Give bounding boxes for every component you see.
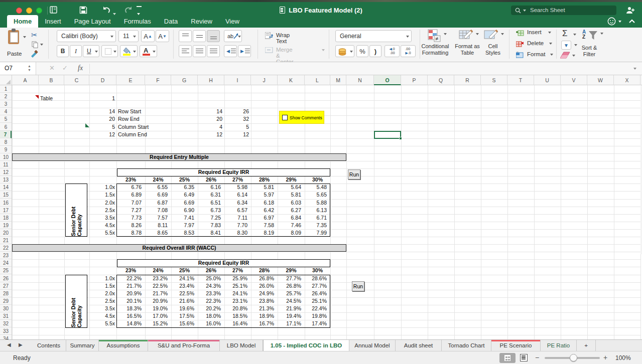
borders-button[interactable] (101, 45, 118, 57)
param-check1[interactable]: 14 (198, 108, 222, 115)
show-comments-checkbox[interactable] (282, 115, 288, 120)
smiley-icon[interactable] (607, 17, 616, 26)
column-header-P[interactable]: P (401, 75, 428, 85)
autosum-button[interactable]: Σ (562, 29, 568, 39)
column-header-H[interactable]: H (198, 75, 224, 85)
row-header-20[interactable]: 20 (0, 229, 12, 237)
param-value[interactable]: 20 (89, 115, 115, 123)
column-header-N[interactable]: N (346, 75, 374, 85)
paste-dropdown-caret[interactable] (23, 36, 26, 38)
row-header-24[interactable]: 24 (0, 259, 12, 267)
table2-matrix-header[interactable]: Required Equity IRR (117, 259, 330, 267)
cell-styles-button[interactable] (484, 29, 499, 42)
run-button-2[interactable]: Run (352, 281, 364, 291)
format-painter-icon[interactable] (30, 50, 38, 58)
ribbon-tab-view[interactable]: View (219, 15, 246, 28)
row-header-21[interactable]: 21 (0, 237, 12, 244)
row-header-27[interactable]: 27 (0, 282, 12, 290)
fill-handle[interactable] (399, 137, 402, 140)
sheet-tab-tornado-chart[interactable]: Tornado Chart (442, 340, 491, 351)
row-header-9[interactable]: 9 (0, 146, 12, 153)
sheet-nav-right-icon[interactable]: ▶ (19, 342, 23, 347)
search-sheet-input[interactable]: Search Sheet (511, 6, 616, 15)
align-bottom-button[interactable] (207, 30, 220, 42)
row-header-25[interactable]: 25 (0, 267, 12, 274)
section2-header[interactable]: Required Overall IRR (WACC) (12, 244, 346, 252)
row-header-5[interactable]: 5 (0, 115, 12, 123)
sheet-tab-contents[interactable]: Contents (32, 340, 66, 351)
increase-decimal-button[interactable]: ◀.0.00 (384, 45, 400, 57)
column-header-V[interactable]: V (561, 75, 587, 85)
align-top-button[interactable] (179, 30, 192, 42)
param-label[interactable]: Column Start (118, 123, 149, 131)
insert-cells-button[interactable]: Insert (516, 30, 524, 37)
sheet-tab-annual-model[interactable]: Annual Model (349, 340, 396, 351)
param-check2[interactable]: 12 (224, 131, 249, 138)
param-value[interactable]: 5 (89, 123, 115, 131)
italic-button[interactable]: I (70, 45, 82, 57)
column-header-L[interactable]: L (305, 75, 330, 85)
bold-button[interactable]: B (57, 45, 69, 57)
sheet-tab-pe-scenario[interactable]: PE Scenario (491, 340, 541, 351)
format-as-table-caret[interactable] (476, 33, 479, 35)
name-box[interactable]: O7 ▲▼ (0, 62, 36, 75)
ribbon-tab-insert[interactable]: Insert (38, 15, 68, 28)
row-header-26[interactable]: 26 (0, 275, 12, 282)
formula-bar-expand-caret[interactable] (633, 68, 636, 70)
align-left-button[interactable] (179, 45, 192, 57)
column-header-A[interactable]: A (12, 75, 39, 85)
row-header-10[interactable]: 10 (0, 153, 12, 161)
row-header-6[interactable]: 6 (0, 123, 12, 131)
column-header-I[interactable]: I (224, 75, 251, 85)
ribbon-tab-data[interactable]: Data (158, 15, 184, 28)
sheet-tab-audit-sheet[interactable]: Audit sheet (396, 340, 442, 351)
sheet-tab-summary[interactable]: Summary (66, 340, 99, 351)
table1-matrix-header[interactable]: Required Equity IRR (117, 168, 330, 176)
row-header-28[interactable]: 28 (0, 290, 12, 297)
row-header-33[interactable]: 33 (0, 327, 12, 335)
format-caret[interactable] (550, 54, 553, 56)
param-value[interactable]: 14 (89, 108, 115, 115)
row-header-8[interactable]: 8 (0, 138, 12, 146)
row-header-16[interactable]: 16 (0, 199, 12, 207)
orientation-button[interactable]: ab (224, 30, 242, 42)
row-header-17[interactable]: 17 (0, 207, 12, 214)
formula-input[interactable] (93, 62, 630, 75)
font-color-button[interactable]: A (140, 45, 157, 57)
param-check1[interactable]: 12 (198, 131, 222, 138)
run-button-1[interactable]: Run (348, 169, 360, 179)
cell-table-label[interactable]: Table (40, 95, 53, 102)
sheet-tab-pe-ratio[interactable]: PE Ratio (541, 340, 577, 351)
column-header-R[interactable]: R (454, 75, 481, 85)
autosum-caret[interactable] (573, 34, 576, 36)
conditional-formatting-caret[interactable] (444, 33, 447, 35)
font-color-caret[interactable] (153, 51, 156, 53)
column-header-Q[interactable]: Q (428, 75, 454, 85)
zoom-slider-thumb[interactable] (570, 354, 577, 361)
row-header-3[interactable]: 3 (0, 100, 12, 108)
normal-view-button[interactable] (499, 353, 516, 363)
sheet-tab-1-05-implied-coc-in-lbo[interactable]: 1.05 - Implied COC in LBO (263, 340, 349, 351)
currency-caret[interactable] (350, 51, 353, 53)
section1-header[interactable]: Required Entry Multiple (12, 153, 346, 161)
column-header-O[interactable]: O (374, 75, 401, 85)
row-header-30[interactable]: 30 (0, 305, 12, 312)
clear-button[interactable] (560, 52, 570, 59)
decrease-decimal-button[interactable]: .00▶.0 (401, 45, 416, 57)
column-header-W[interactable]: W (587, 75, 614, 85)
fill-button[interactable]: ▼ (561, 41, 571, 50)
delete-cells-button[interactable]: Delete (516, 41, 524, 48)
row-header-14[interactable]: 14 (0, 184, 12, 191)
font-name-select[interactable]: Calibri (Body) (57, 30, 116, 42)
sheet-tab-lbo-model[interactable]: LBO Model (220, 340, 263, 351)
column-header-F[interactable]: F (145, 75, 171, 85)
add-sheet-button[interactable]: + (577, 340, 596, 351)
align-middle-button[interactable] (193, 30, 206, 42)
font-size-select[interactable]: 11 (118, 30, 139, 42)
row-header-2[interactable]: 2 (0, 93, 12, 100)
collapse-ribbon-icon[interactable] (628, 19, 635, 24)
cell-styles-caret[interactable] (501, 33, 504, 35)
increase-indent-button[interactable]: ▶ (238, 45, 251, 57)
format-cells-button[interactable]: Format (516, 52, 524, 59)
page-layout-view-button[interactable] (520, 354, 528, 361)
